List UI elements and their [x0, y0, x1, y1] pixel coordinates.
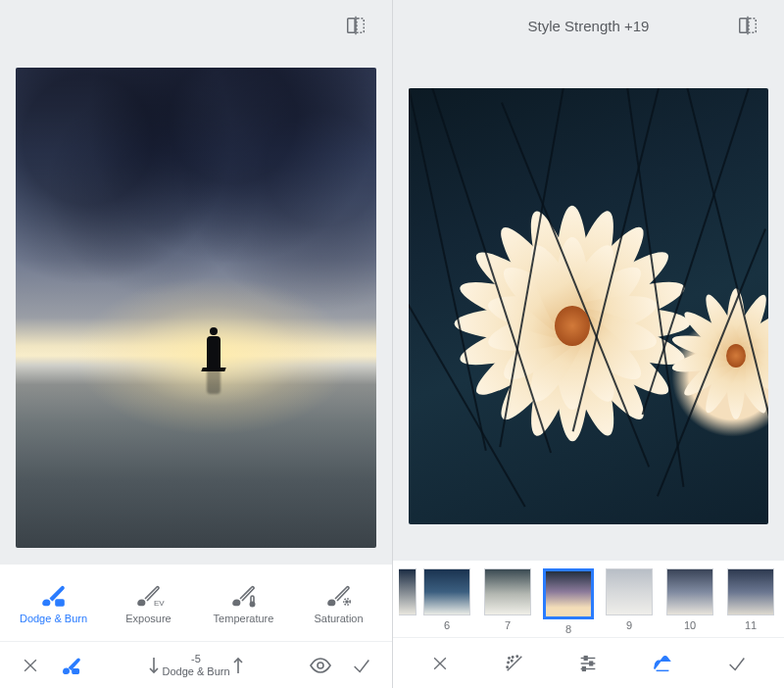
- style-number: 9: [626, 619, 632, 631]
- photo-subject: [473, 210, 671, 436]
- svg-point-30: [507, 665, 508, 666]
- svg-rect-36: [583, 666, 586, 670]
- arrow-up-icon: [232, 655, 244, 676]
- compare-icon: [737, 15, 759, 36]
- slider-value: -5: [191, 653, 201, 665]
- close-icon: [21, 656, 40, 675]
- style-swatch-10[interactable]: 10: [660, 568, 720, 631]
- svg-point-29: [511, 660, 512, 661]
- tool-exposure[interactable]: EVExposure: [106, 582, 192, 624]
- slider-readout[interactable]: -5 Dodge & Burn: [148, 653, 243, 677]
- style-thumb: [606, 568, 653, 615]
- tool-label: Saturation: [314, 613, 363, 624]
- style-number: 6: [444, 619, 450, 631]
- adjustment-readout: Style Strength +19: [393, 18, 784, 34]
- compare-icon: [345, 15, 367, 36]
- svg-point-18: [318, 663, 323, 668]
- style-number: 10: [684, 619, 696, 631]
- style-strip[interactable]: 67891011: [393, 561, 784, 637]
- svg-point-26: [512, 656, 513, 657]
- photo-subject: [207, 336, 220, 369]
- styles-icon: [651, 653, 674, 674]
- style-thumb: [727, 568, 774, 615]
- photo-subject-reflection: [207, 370, 220, 394]
- svg-point-27: [516, 655, 517, 656]
- tool-dodgeburn[interactable]: Dodge & Burn: [11, 582, 97, 624]
- cancel-button[interactable]: [10, 642, 51, 689]
- style-thumb: [484, 568, 531, 615]
- dodgeburn-icon: [37, 582, 71, 608]
- brush-tool-row: Dodge & BurnEVExposureTemperatureSaturat…: [0, 565, 392, 641]
- top-bar: Style Strength +19: [393, 0, 784, 51]
- brush-editor-pane: Dodge & BurnEVExposureTemperatureSaturat…: [0, 0, 392, 688]
- texture-icon: [504, 653, 525, 674]
- style-swatch-9[interactable]: 9: [599, 568, 660, 631]
- bottom-bar: [393, 637, 784, 688]
- check-icon: [351, 656, 372, 675]
- apply-button[interactable]: [341, 642, 382, 689]
- svg-rect-0: [348, 19, 355, 33]
- photo-detail: [409, 88, 486, 451]
- compare-button[interactable]: [727, 2, 768, 49]
- style-swatch-11[interactable]: 11: [720, 568, 781, 631]
- exposure-icon: EV: [132, 582, 166, 608]
- style-thumb: [666, 568, 713, 615]
- svg-rect-1: [357, 19, 364, 33]
- tool-temperature[interactable]: Temperature: [201, 582, 287, 624]
- style-number: 11: [745, 619, 757, 631]
- brush-mode-button[interactable]: [51, 642, 92, 689]
- style-thumb: [543, 568, 594, 619]
- svg-point-25: [508, 657, 509, 658]
- style-swatch-7[interactable]: 7: [477, 568, 538, 631]
- mask-view-button[interactable]: [300, 642, 341, 689]
- texture-button[interactable]: [494, 640, 535, 687]
- svg-rect-32: [585, 656, 588, 660]
- bottom-bar: -5 Dodge & Burn: [0, 641, 392, 688]
- slider-label: Dodge & Burn: [162, 665, 229, 678]
- style-swatch-8[interactable]: 8: [538, 568, 599, 635]
- svg-point-8: [250, 602, 254, 606]
- check-icon: [726, 654, 748, 673]
- arrow-down-icon: [148, 655, 160, 676]
- photo-preview[interactable]: [16, 68, 376, 548]
- style-number: 8: [565, 623, 571, 635]
- style-swatch-prev[interactable]: [393, 568, 416, 631]
- tool-label: Dodge & Burn: [20, 613, 87, 624]
- photo-preview[interactable]: [409, 88, 768, 524]
- style-number: 7: [505, 619, 511, 631]
- cancel-button[interactable]: [419, 640, 461, 687]
- tool-saturation[interactable]: Saturation: [296, 582, 382, 624]
- sliders-icon: [577, 653, 599, 674]
- svg-text:EV: EV: [154, 599, 165, 608]
- svg-rect-20: [749, 19, 756, 33]
- temperature-icon: [227, 582, 261, 608]
- tool-label: Temperature: [214, 613, 274, 624]
- svg-rect-19: [740, 19, 747, 33]
- style-swatch-6[interactable]: 6: [416, 568, 477, 631]
- svg-rect-34: [590, 662, 593, 665]
- styles-button[interactable]: [642, 640, 683, 687]
- brush-icon: [60, 655, 83, 676]
- style-editor-pane: Style Strength +19 67891011: [392, 0, 784, 688]
- close-icon: [430, 654, 450, 673]
- top-bar: [0, 0, 392, 51]
- style-thumb: [423, 568, 470, 615]
- saturation-icon: [322, 582, 356, 608]
- tool-label: Exposure: [125, 613, 171, 624]
- compare-button[interactable]: [335, 2, 376, 49]
- svg-point-28: [508, 662, 509, 663]
- adjust-button[interactable]: [567, 640, 609, 687]
- apply-button[interactable]: [716, 640, 758, 687]
- eye-icon: [309, 656, 332, 675]
- svg-point-10: [346, 601, 348, 603]
- canvas-area[interactable]: [393, 51, 784, 561]
- canvas-area[interactable]: [0, 51, 392, 565]
